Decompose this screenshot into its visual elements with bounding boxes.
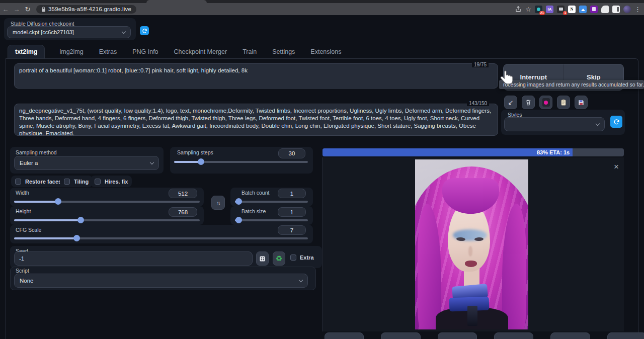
recycle-icon: ♻ [276, 254, 282, 263]
chevron-down-icon [150, 160, 154, 164]
prompt-text: portrait of a beautiful [woman::0.1] rob… [19, 67, 248, 73]
tab-checkpoint-merger[interactable]: Checkpoint Merger [173, 45, 228, 58]
styles-dropdown[interactable] [504, 117, 605, 131]
back-icon[interactable]: ← [0, 6, 11, 13]
slider-handle[interactable] [55, 198, 61, 205]
reuse-seed-button[interactable]: ♻ [273, 251, 285, 266]
tiling-label: Tiling [74, 179, 89, 185]
url-text: 359e5b9a-a5ff-4216.gradio.live [48, 6, 131, 12]
extensions-puzzle-icon[interactable] [601, 6, 609, 13]
profile-avatar[interactable] [623, 6, 631, 13]
negative-prompt-textarea[interactable]: ng_deepnegative_v1_75t, (worst quality, … [14, 104, 498, 136]
width-slider[interactable] [14, 199, 200, 205]
reload-icon[interactable]: ↻ [22, 6, 33, 13]
output-action-button[interactable] [550, 332, 590, 339]
batch-count-slider[interactable] [235, 199, 308, 205]
sampling-steps-slider[interactable] [174, 159, 308, 165]
seed-extra-checkbox[interactable]: Extra [290, 255, 314, 261]
ext-ia-icon[interactable]: IA [546, 6, 553, 13]
address-bar[interactable]: 359e5b9a-a5ff-4216.gradio.live [36, 5, 136, 14]
slider-handle[interactable] [77, 217, 84, 223]
tab-settings[interactable]: Settings [271, 45, 296, 58]
tab-train[interactable]: Train [242, 45, 258, 58]
styles-refresh-button[interactable] [610, 116, 622, 128]
slider-handle[interactable] [235, 217, 242, 223]
lock-icon [41, 7, 46, 12]
script-label: Script [16, 268, 29, 274]
slider-handle[interactable] [73, 235, 80, 241]
main-tabbar: txt2img img2img Extras PNG Info Checkpoi… [8, 45, 343, 58]
generated-image-preview[interactable] [415, 159, 528, 329]
random-seed-button[interactable] [256, 251, 269, 266]
sampling-method-dropdown[interactable]: Euler a [14, 156, 159, 170]
seed-input[interactable]: -1 [14, 251, 253, 266]
prompt-textarea[interactable]: portrait of a beautiful [woman::0.1] rob… [14, 63, 498, 89]
tab-png-info[interactable]: PNG Info [131, 45, 159, 58]
height-slider[interactable] [14, 217, 200, 223]
ext-camera-icon[interactable]: 1 [557, 6, 565, 13]
progress-label: 83% ETA: 1s [537, 149, 570, 155]
tab-extras[interactable]: Extras [98, 45, 118, 58]
dice-icon [259, 255, 266, 263]
sampling-steps-label: Sampling steps [177, 149, 213, 155]
slider-handle[interactable] [235, 198, 242, 205]
output-action-button[interactable] [325, 332, 364, 339]
paste-arrow-icon: ↙ [508, 99, 514, 106]
output-action-button[interactable] [494, 332, 533, 339]
negative-prompt-text: ng_deepnegative_v1_75t, (worst quality, … [19, 108, 491, 136]
ext-pin-icon[interactable]: 21 [535, 6, 542, 13]
seed-value: -1 [19, 256, 24, 262]
clipboard-icon [560, 99, 567, 106]
card-icon [542, 98, 550, 107]
slider-handle[interactable] [198, 158, 204, 165]
checkbox-icon [15, 179, 21, 185]
batch-size-value[interactable]: 1 [278, 207, 306, 217]
batch-count-value[interactable]: 1 [278, 189, 306, 198]
batch-size-slider[interactable] [235, 217, 308, 223]
swap-dimensions-button[interactable]: ↑↓ [211, 196, 225, 210]
output-action-button[interactable] [607, 332, 644, 339]
cfg-slider[interactable] [14, 235, 308, 241]
height-label: Height [16, 208, 31, 214]
tab-extensions[interactable]: Extensions [309, 45, 342, 58]
height-value[interactable]: 768 [169, 207, 197, 217]
extra-networks-button[interactable] [539, 96, 552, 109]
restore-faces-checkbox[interactable]: Restore faces [11, 176, 65, 187]
sampling-steps-value[interactable]: 30 [278, 148, 305, 158]
forward-icon[interactable]: → [11, 6, 22, 13]
negative-token-counter: 143/150 [467, 101, 489, 106]
close-image-icon[interactable]: × [614, 162, 619, 172]
checkpoint-dropdown[interactable]: model.ckpt [cc6cb27103] [7, 26, 131, 38]
tiling-checkbox[interactable]: Tiling [60, 176, 93, 187]
output-action-button[interactable] [381, 332, 420, 339]
clear-prompt-button[interactable] [522, 96, 535, 109]
apply-style-button[interactable] [557, 96, 570, 109]
tab-img2img[interactable]: img2img [58, 45, 84, 58]
batch-size-label: Batch size [242, 208, 266, 214]
side-panel-icon[interactable] [612, 6, 620, 13]
output-action-button[interactable] [438, 332, 477, 339]
browser-menu-icon[interactable]: ⋮ [634, 6, 641, 13]
ext-image-icon[interactable] [579, 6, 587, 13]
cfg-value[interactable]: 7 [278, 225, 306, 235]
lips [465, 261, 477, 267]
chevron-down-icon [122, 29, 126, 33]
hires-fix-label: Hires. fix [105, 179, 128, 185]
ext-notion-icon[interactable]: N [568, 6, 576, 13]
save-style-button[interactable] [575, 96, 588, 109]
refresh-icon [142, 28, 147, 34]
progress-bar: 83% ETA: 1s [323, 148, 624, 156]
checkbox-icon [95, 179, 101, 185]
ext-onenote-icon[interactable] [590, 6, 598, 13]
hires-fix-checkbox[interactable]: Hires. fix [91, 176, 132, 187]
width-value[interactable]: 512 [169, 189, 197, 198]
ext-camera-badge: 1 [563, 11, 567, 15]
script-dropdown[interactable]: None [14, 274, 308, 288]
checkpoint-refresh-button[interactable] [140, 26, 149, 35]
paste-params-button[interactable]: ↙ [504, 96, 517, 109]
tab-txt2img[interactable]: txt2img [8, 45, 45, 58]
share-icon[interactable] [515, 6, 522, 13]
swap-arrows-icon: ↑↓ [217, 200, 220, 206]
cfg-label: CFG Scale [16, 227, 41, 233]
bookmark-star-icon[interactable]: ☆ [525, 6, 531, 13]
